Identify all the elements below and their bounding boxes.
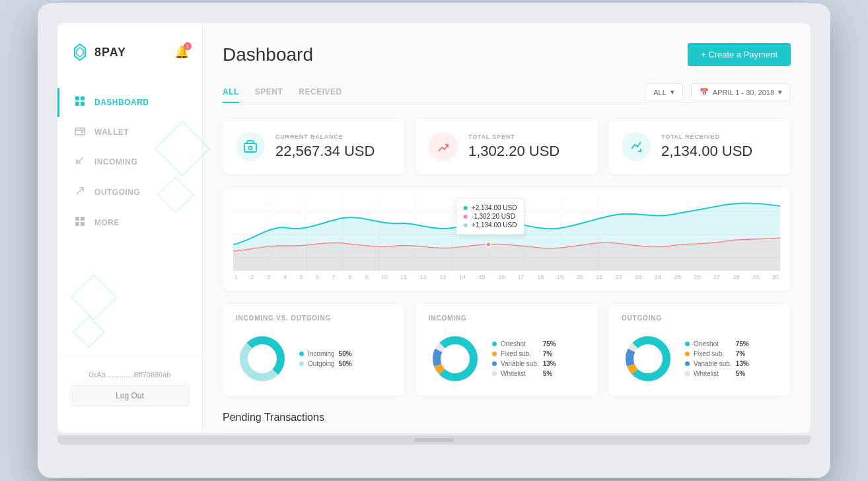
donut-title-2: OUTGOING: [622, 314, 778, 322]
tab-bar: ALL SPENT RECEIVED ALL ▾ 📅 APRIL 1 - 30,…: [223, 82, 791, 103]
donut-legend-1: Oneshot75% Fixed sub.7% Variable sub.13%…: [492, 340, 561, 377]
pending-transactions-section: Pending Transactions Category Descriptio…: [223, 412, 791, 433]
line-chart: +2,134.00 USD -1,302.20 USD +1,134.00 US…: [233, 198, 780, 271]
received-label: TOTAL RECEIVED: [661, 133, 752, 140]
donut-chart-2: [622, 332, 674, 385]
logo-icon: [71, 43, 89, 61]
app-name: 8PAY: [94, 46, 126, 59]
logout-button[interactable]: Log Out: [71, 385, 189, 406]
donut-card-incoming-vs-outgoing: INCOMING VS. OUTGOING Incoming 50%: [223, 304, 405, 396]
spent-value: 1,302.20 USD: [468, 143, 560, 160]
chevron-down-icon: ▾: [670, 88, 674, 96]
svg-rect-7: [81, 131, 83, 133]
donut-card-outgoing: OUTGOING Oneshot75% Fixed sub.7%: [608, 304, 791, 396]
outgoing-label: OUTGOING: [94, 188, 140, 197]
spent-label: TOTAL SPENT: [468, 133, 560, 140]
chevron-down-icon-date: ▾: [778, 88, 782, 96]
outgoing-icon: [73, 186, 87, 199]
svg-rect-5: [81, 102, 85, 106]
chart-tooltip: +2,134.00 USD -1,302.20 USD +1,134.00 US…: [456, 198, 524, 235]
svg-point-28: [486, 242, 491, 247]
donut-title-0: INCOMING VS. OUTGOING: [236, 314, 392, 322]
incoming-label: INCOMING: [94, 157, 137, 166]
dashboard-icon: [73, 96, 87, 109]
svg-rect-11: [81, 222, 85, 226]
sidebar: 8PAY 🔔 1: [57, 23, 203, 433]
sidebar-bottom-decoration: [57, 274, 202, 357]
svg-point-13: [249, 147, 252, 150]
page-title: Dashboard: [223, 44, 313, 65]
transactions-table: Category Description Type Confirmation B…: [223, 431, 791, 433]
table-header: Category Description Type Confirmation B…: [223, 431, 791, 433]
svg-rect-8: [75, 217, 79, 221]
tab-filters: ALL ▾ 📅 APRIL 1 - 30, 2018 ▾: [645, 83, 791, 101]
sidebar-item-more[interactable]: MORE: [57, 208, 202, 237]
line-chart-card: +2,134.00 USD -1,302.20 USD +1,134.00 US…: [223, 188, 791, 291]
notification-bell[interactable]: 🔔 1: [174, 45, 189, 59]
sidebar-footer: 0xAb..............Bff70880ab Log Out: [57, 357, 202, 420]
svg-rect-4: [75, 102, 79, 106]
sidebar-item-wallet[interactable]: WALLET: [57, 118, 202, 146]
donut-title-1: INCOMING: [429, 314, 585, 322]
svg-rect-3: [81, 96, 85, 100]
create-payment-button[interactable]: + Create a Payment: [688, 43, 791, 66]
stat-card-received: TOTAL RECEIVED 2,134.00 USD: [608, 119, 791, 174]
donut-chart-1: [429, 332, 482, 385]
svg-rect-10: [75, 222, 79, 226]
filter-date-dropdown[interactable]: 📅 APRIL 1 - 30, 2018 ▾: [691, 83, 791, 101]
laptop-bottom-bar: [57, 435, 811, 445]
stats-row: CURRENT BALANCE 22,567.34 USD TOTAL SPEN…: [223, 119, 791, 174]
filter-all-dropdown[interactable]: ALL ▾: [645, 83, 683, 101]
spent-icon: [429, 132, 458, 161]
donut-charts-row: INCOMING VS. OUTGOING Incoming 50%: [223, 304, 791, 396]
sidebar-item-incoming[interactable]: INCOMING: [57, 147, 202, 176]
tab-spent[interactable]: SPENT: [255, 82, 283, 103]
donut-legend-0: Incoming 50% Outgoing 50%: [299, 350, 357, 367]
logo-container: 8PAY 🔔 1: [57, 36, 202, 81]
tooltip-line1: +2,134.00 USD: [472, 204, 517, 211]
pending-transactions-title: Pending Transactions: [223, 412, 791, 424]
donut-card-incoming: INCOMING: [416, 304, 598, 396]
svg-rect-2: [75, 96, 79, 100]
wallet-icon: [73, 126, 87, 138]
wallet-label: WALLET: [94, 128, 129, 137]
balance-icon: [236, 132, 265, 161]
notification-badge: 1: [184, 42, 192, 50]
chart-x-axis: 12345 678910 1112131415 1617181920 21222…: [233, 274, 780, 280]
page-header: Dashboard + Create a Payment: [223, 43, 791, 66]
sidebar-navigation: DASHBOARD WALLET: [57, 81, 202, 274]
sidebar-item-dashboard[interactable]: DASHBOARD: [57, 88, 202, 117]
stat-card-balance: CURRENT BALANCE 22,567.34 USD: [223, 119, 405, 174]
more-label: MORE: [94, 218, 120, 227]
spent-info: TOTAL SPENT 1,302.20 USD: [468, 133, 560, 160]
tab-received[interactable]: RECEIVED: [299, 82, 342, 103]
received-info: TOTAL RECEIVED 2,134.00 USD: [661, 133, 752, 160]
main-content: Dashboard + Create a Payment ALL SPENT R…: [203, 23, 811, 433]
svg-marker-1: [77, 48, 83, 57]
balance-info: CURRENT BALANCE 22,567.34 USD: [275, 133, 375, 160]
svg-rect-9: [81, 217, 85, 221]
tooltip-line2: -1,302.20 USD: [472, 213, 515, 220]
dashboard-label: DASHBOARD: [94, 98, 149, 107]
donut-legend-2: Oneshot75% Fixed sub.7% Variable sub.13%…: [685, 340, 754, 377]
balance-value: 22,567.34 USD: [275, 143, 375, 160]
received-value: 2,134.00 USD: [661, 143, 752, 160]
svg-rect-12: [244, 143, 256, 152]
donut-chart-0: [236, 332, 289, 385]
calendar-icon: 📅: [700, 88, 709, 96]
received-icon: [622, 132, 651, 161]
stat-card-spent: TOTAL SPENT 1,302.20 USD: [416, 119, 598, 174]
more-icon: [73, 216, 87, 229]
sidebar-item-outgoing[interactable]: OUTGOING: [57, 178, 202, 207]
wallet-address: 0xAb..............Bff70880ab: [71, 371, 189, 379]
tooltip-line3: +1,134.00 USD: [472, 221, 517, 229]
incoming-icon: [73, 155, 87, 168]
balance-label: CURRENT BALANCE: [275, 133, 375, 140]
tab-all[interactable]: ALL: [223, 82, 239, 103]
